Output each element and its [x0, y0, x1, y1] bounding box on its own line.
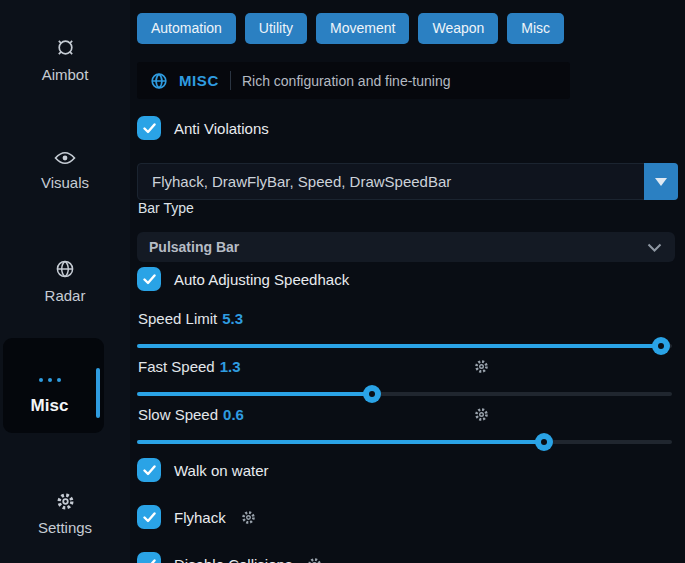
sidebar-item-label: Visuals — [41, 174, 89, 191]
gear-icon — [474, 359, 489, 374]
sidebar-item-radar[interactable]: Radar — [0, 259, 130, 304]
auto-adjusting-speedhack-label: Auto Adjusting Speedhack — [174, 271, 349, 288]
slow-speed-value: 0.6 — [223, 406, 244, 423]
disable-collisions-row: Disable Collisions — [137, 552, 322, 563]
walk-on-water-row: Walk on water — [137, 458, 268, 482]
eye-icon — [54, 150, 76, 166]
flyhack-row: Flyhack — [137, 505, 256, 529]
slow-speed-slider[interactable] — [137, 440, 672, 444]
gear-icon — [56, 492, 75, 511]
tab-automation[interactable]: Automation — [137, 13, 236, 44]
flyhack-checkbox[interactable] — [137, 505, 161, 529]
flyhack-label: Flyhack — [174, 509, 226, 526]
slider-thumb[interactable] — [652, 337, 670, 355]
features-select-value: Flyhack, DrawFlyBar, Speed, DrawSpeedBar — [152, 164, 451, 199]
sidebar: Aimbot Visuals Radar Misc Settings — [0, 0, 130, 563]
tab-movement[interactable]: Movement — [316, 13, 409, 44]
disable-collisions-settings-button[interactable] — [307, 557, 322, 563]
crosshair-icon — [55, 37, 76, 58]
bar-type-select-value: Pulsating Bar — [149, 232, 239, 262]
gear-icon — [307, 557, 322, 563]
anti-violations-checkbox[interactable] — [137, 116, 161, 140]
speed-limit-value: 5.3 — [222, 310, 243, 327]
category-tabs: Automation Utility Movement Weapon Misc — [137, 13, 564, 44]
sidebar-item-label: Misc — [3, 396, 96, 416]
features-select[interactable]: Flyhack, DrawFlyBar, Speed, DrawSpeedBar — [137, 163, 678, 200]
gear-icon — [474, 407, 489, 422]
active-indicator-bar — [96, 368, 100, 418]
features-select-dropdown-button[interactable] — [644, 163, 678, 200]
fast-speed-settings-button[interactable] — [474, 359, 489, 378]
fast-speed-slider[interactable] — [137, 392, 672, 396]
sidebar-item-label: Radar — [45, 287, 86, 304]
section-subtitle: Rich configuration and fine-tuning — [242, 73, 451, 89]
bar-type-label: Bar Type — [138, 200, 194, 216]
tab-utility[interactable]: Utility — [245, 13, 307, 44]
disable-collisions-label: Disable Collisions — [174, 556, 292, 563]
misc-panel: Automation Utility Movement Weapon Misc … — [137, 0, 678, 563]
sidebar-item-aimbot[interactable]: Aimbot — [0, 37, 130, 83]
speed-limit-slider[interactable] — [137, 344, 672, 348]
check-icon — [143, 559, 156, 563]
check-icon — [143, 123, 156, 134]
section-header: MISC Rich configuration and fine-tuning — [137, 62, 570, 99]
slow-speed-settings-button[interactable] — [474, 407, 489, 426]
sidebar-item-misc[interactable]: Misc — [3, 338, 104, 433]
gear-icon — [241, 510, 256, 525]
slider-thumb[interactable] — [535, 433, 553, 451]
triangle-down-icon — [655, 178, 667, 186]
speed-limit-label: Speed Limit5.3 — [138, 310, 243, 327]
auto-adjusting-speedhack-row: Auto Adjusting Speedhack — [137, 267, 349, 291]
walk-on-water-label: Walk on water — [174, 462, 268, 479]
check-icon — [143, 274, 156, 285]
fast-speed-label: Fast Speed1.3 — [138, 358, 241, 375]
check-icon — [143, 465, 156, 476]
slider-thumb[interactable] — [363, 385, 381, 403]
slider-fill — [137, 392, 372, 396]
slider-fill — [137, 344, 661, 348]
sidebar-item-label: Aimbot — [42, 66, 89, 83]
bar-type-select[interactable]: Pulsating Bar — [137, 232, 675, 262]
globe-icon — [55, 259, 75, 279]
anti-violations-row: Anti Violations — [137, 116, 269, 140]
divider — [230, 71, 231, 90]
fast-speed-value: 1.3 — [220, 358, 241, 375]
check-icon — [143, 512, 156, 523]
tab-weapon[interactable]: Weapon — [418, 13, 498, 44]
slow-speed-label: Slow Speed0.6 — [138, 406, 244, 423]
auto-adjusting-speedhack-checkbox[interactable] — [137, 267, 161, 291]
sidebar-item-settings[interactable]: Settings — [0, 492, 130, 536]
chevron-down-icon — [647, 243, 662, 252]
tab-misc[interactable]: Misc — [507, 13, 564, 44]
anti-violations-label: Anti Violations — [174, 120, 269, 137]
sidebar-item-label: Settings — [38, 519, 92, 536]
ellipsis-icon — [3, 378, 96, 382]
slider-fill — [137, 440, 544, 444]
sidebar-item-visuals[interactable]: Visuals — [0, 150, 130, 191]
disable-collisions-checkbox[interactable] — [137, 552, 161, 563]
section-title: MISC — [179, 72, 219, 89]
walk-on-water-checkbox[interactable] — [137, 458, 161, 482]
flyhack-settings-button[interactable] — [241, 510, 256, 525]
globe-icon — [150, 72, 168, 90]
